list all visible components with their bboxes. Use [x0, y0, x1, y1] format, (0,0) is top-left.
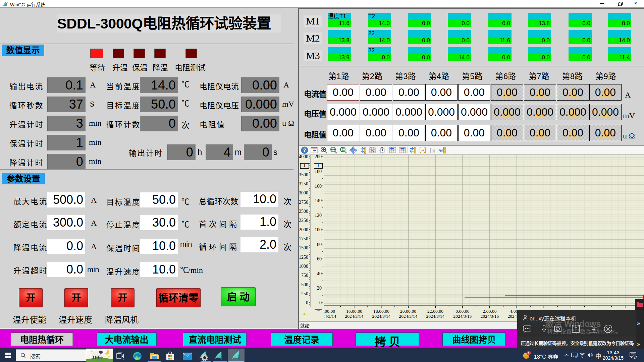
svg-text:2: 2: [634, 355, 635, 359]
svg-text:[x]: [x]: [432, 149, 435, 153]
svg-text:%: %: [439, 147, 443, 153]
svg-text:T: T: [575, 326, 577, 331]
svg-text:?: ?: [303, 147, 306, 153]
svg-text:∫: ∫: [429, 147, 432, 154]
svg-text:1: 1: [528, 351, 529, 355]
